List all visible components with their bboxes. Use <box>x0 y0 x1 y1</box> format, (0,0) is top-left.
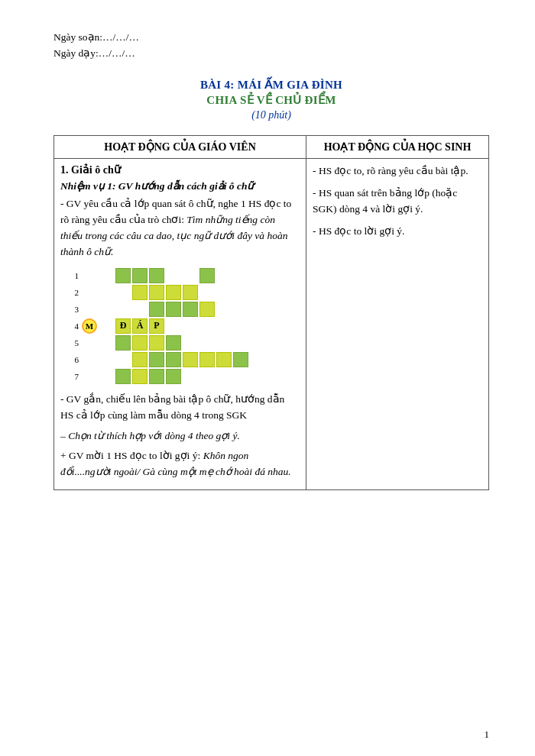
teacher-col-content: 1. Giải ô chữ Nhiệm vụ 1: GV hướng dẫn c… <box>54 159 306 490</box>
m-circle: M <box>82 318 97 334</box>
cw-row-3: 3 <box>68 302 300 317</box>
lesson-title-sub: CHIA SẺ VỀ CHỦ ĐIỂM <box>54 93 489 107</box>
cw-row-6: 6 <box>68 352 300 367</box>
crossword-grid: 1 2 <box>68 268 300 384</box>
cw-row-5: 5 <box>68 335 300 351</box>
hs-response-2: - HS quan sát trên bảng lớp (hoặc SGK) d… <box>313 186 482 218</box>
section-1-title: 1. Giải ô chữ <box>60 163 300 176</box>
activity-table: HOẠT ĐỘNG CỦA GIÁO VIÊN HOẠT ĐỘNG CỦA HỌ… <box>54 135 489 490</box>
lesson-title-main: BÀI 4: MÁI ẤM GIA ĐÌNH <box>54 78 489 92</box>
cw-row-4: 4 M Đ Á P <box>68 318 300 334</box>
teacher-para-1: - GV yêu cầu cả lớp quan sát ô chữ, nghe… <box>60 196 300 260</box>
cw-row-1: 1 <box>68 268 300 283</box>
teacher-para-2b: – Chọn từ thích hợp với dòng 4 theo gợi … <box>60 428 300 444</box>
crossword-puzzle: 1 2 <box>60 268 300 384</box>
page-number: 1 <box>485 729 490 741</box>
ngay-day: Ngày dạy:…/…/… <box>54 47 489 60</box>
cw-row-2: 2 <box>68 285 300 300</box>
cw-row-7: 7 <box>68 369 300 384</box>
lesson-duration: (10 phút) <box>54 109 489 121</box>
teacher-para-3: + GV mời 1 HS đọc to lời gợi ý: Khôn ngo… <box>60 448 300 480</box>
hs-response-1: - HS đọc to, rõ ràng yêu cầu bài tập. <box>313 163 482 179</box>
student-col-content: - HS đọc to, rõ ràng yêu cầu bài tập. - … <box>306 159 489 490</box>
cell-a: Á <box>132 318 148 334</box>
hs-response-3: - HS đọc to lời gợi ý. <box>313 224 482 240</box>
lesson-header: BÀI 4: MÁI ẤM GIA ĐÌNH CHIA SẺ VỀ CHỦ ĐI… <box>54 78 489 121</box>
ngay-soan: Ngày soạn:…/…/… <box>54 31 489 44</box>
teacher-col-header: HOẠT ĐỘNG CỦA GIÁO VIÊN <box>54 136 306 159</box>
task-1-title: Nhiệm vụ 1: GV hướng dẫn cách giải ô chữ <box>60 179 300 192</box>
teacher-para-2: - GV gắn, chiếu lên bảng bài tập ô chữ, … <box>60 392 300 424</box>
cell-d: Đ <box>115 318 131 334</box>
student-col-header: HOẠT ĐỘNG CỦA HỌC SINH <box>306 136 489 159</box>
cell-p: P <box>149 318 164 334</box>
